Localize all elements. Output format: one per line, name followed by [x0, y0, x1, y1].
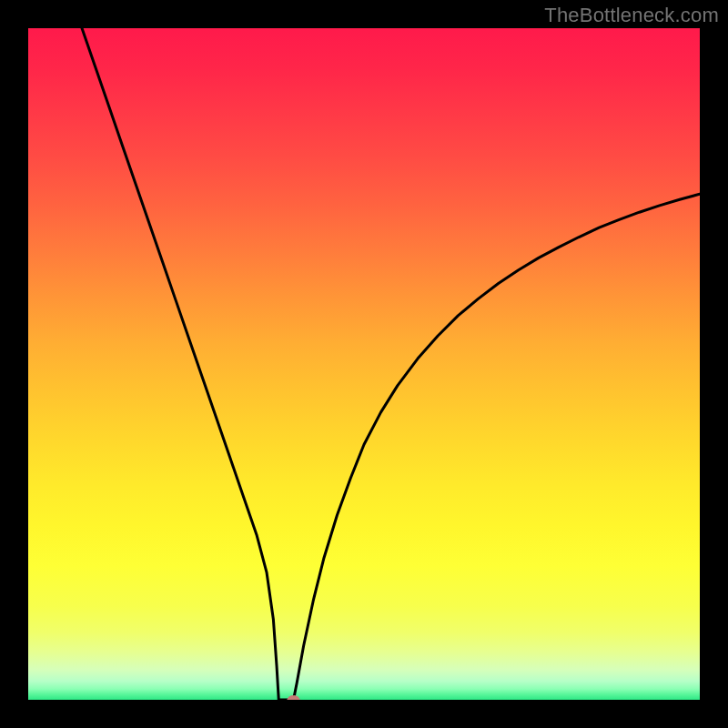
- watermark-text: TheBottleneck.com: [544, 4, 719, 27]
- gradient-background: [28, 28, 700, 700]
- plot-area: [28, 28, 700, 700]
- chart-container: TheBottleneck.com: [0, 0, 728, 728]
- chart-svg: [28, 28, 700, 700]
